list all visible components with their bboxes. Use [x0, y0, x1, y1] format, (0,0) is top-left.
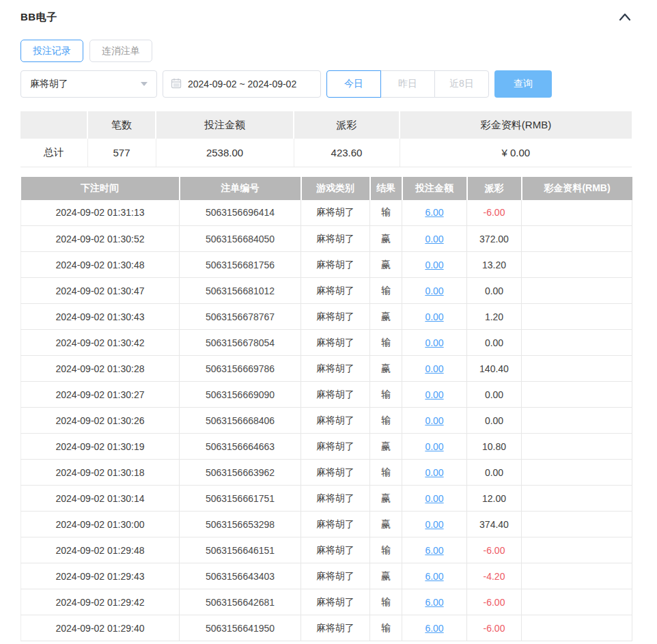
page-title: BB电子	[20, 11, 57, 24]
quick-last8days-button[interactable]: 近8日	[434, 70, 489, 98]
order-id-cell: 5063156668406	[180, 408, 301, 434]
col-header-order-id: 注单编号	[180, 177, 301, 200]
date-range-input[interactable]: 2024-09-02 ~ 2024-09-02	[163, 70, 321, 98]
table-row: 2024-09-02 01:30:19 5063156664663 麻将胡了 赢…	[21, 434, 632, 460]
bet-amount-cell: 0.00	[402, 408, 467, 434]
bet-amount-cell: 0.00	[402, 512, 467, 537]
order-id-cell: 5063156663962	[180, 460, 301, 486]
bet-time-cell: 2024-09-02 01:30:18	[21, 460, 180, 486]
bet-amount-cell: 0.00	[402, 226, 467, 252]
tab-bet-records[interactable]: 投注记录	[20, 40, 83, 62]
bet-amount-link[interactable]: 0.00	[425, 441, 443, 452]
bonus-cell	[522, 330, 632, 356]
payout-cell: 0.00	[467, 408, 522, 434]
order-id-cell: 5063156678054	[180, 330, 301, 356]
game-type-cell: 麻将胡了	[301, 563, 370, 589]
bet-time-cell: 2024-09-02 01:30:26	[21, 408, 180, 434]
summary-total-label: 总计	[20, 139, 87, 167]
bet-amount-link[interactable]: 6.00	[425, 207, 443, 218]
table-row: 2024-09-02 01:30:00 5063156653298 麻将胡了 赢…	[21, 512, 632, 537]
table-row: 2024-09-02 01:31:13 5063156696414 麻将胡了 输…	[21, 200, 632, 226]
game-select-value: 麻将胡了	[30, 78, 68, 90]
bet-amount-cell: 0.00	[402, 278, 467, 304]
table-row: 2024-09-02 01:30:27 5063156669090 麻将胡了 输…	[21, 382, 632, 408]
payout-value: 0.00	[485, 415, 503, 426]
result-cell: 赢	[370, 486, 402, 512]
game-type-cell: 麻将胡了	[301, 486, 370, 512]
bet-amount-cell: 6.00	[402, 589, 467, 615]
bonus-cell	[522, 408, 632, 434]
bet-amount-link[interactable]: 0.00	[425, 363, 443, 374]
order-id-cell: 5063156681012	[180, 278, 301, 304]
summary-header-count: 笔数	[87, 111, 156, 139]
bet-amount-cell: 0.00	[402, 356, 467, 382]
bet-amount-link[interactable]: 6.00	[425, 597, 443, 608]
result-cell: 输	[370, 589, 402, 615]
bet-amount-link[interactable]: 0.00	[425, 311, 443, 322]
bet-amount-link[interactable]: 0.00	[425, 389, 443, 400]
bet-amount-cell: 0.00	[402, 252, 467, 278]
result-cell: 输	[370, 330, 402, 356]
bet-time-cell: 2024-09-02 01:30:28	[21, 356, 180, 382]
bet-amount-cell: 6.00	[402, 200, 467, 226]
col-header-payout: 派彩	[467, 177, 522, 200]
game-type-cell: 麻将胡了	[301, 615, 370, 641]
result-cell: 输	[370, 615, 402, 641]
table-row: 2024-09-02 01:29:40 5063156641950 麻将胡了 输…	[21, 615, 632, 641]
payout-value: 13.20	[482, 260, 506, 270]
bet-amount-link[interactable]: 6.00	[425, 623, 443, 634]
payout-cell: -6.00	[467, 537, 522, 563]
payout-value: -6.00	[484, 623, 505, 634]
bet-amount-cell: 0.00	[402, 486, 467, 512]
table-row: 2024-09-02 01:30:14 5063156661751 麻将胡了 赢…	[21, 486, 632, 512]
payout-value: 374.40	[479, 519, 509, 530]
bonus-cell	[522, 615, 632, 641]
bet-time-cell: 2024-09-02 01:29:48	[21, 537, 180, 563]
bet-amount-link[interactable]: 0.00	[425, 234, 443, 244]
tab-cancelled-orders[interactable]: 连消注单	[89, 40, 152, 62]
bet-amount-link[interactable]: 6.00	[425, 545, 443, 556]
payout-value: 372.00	[479, 234, 509, 244]
bet-amount-link[interactable]: 0.00	[425, 415, 443, 426]
quick-yesterday-button[interactable]: 昨日	[380, 70, 435, 98]
payout-cell: -6.00	[467, 615, 522, 641]
order-id-cell: 5063156696414	[180, 200, 301, 226]
bet-amount-cell: 6.00	[402, 615, 467, 641]
table-row: 2024-09-02 01:30:52 5063156684050 麻将胡了 赢…	[21, 226, 632, 252]
table-row: 2024-09-02 01:30:47 5063156681012 麻将胡了 输…	[21, 278, 632, 304]
bet-time-cell: 2024-09-02 01:30:14	[21, 486, 180, 512]
bonus-cell	[522, 486, 632, 512]
game-type-cell: 麻将胡了	[301, 200, 370, 226]
bet-amount-link[interactable]: 0.00	[425, 519, 443, 530]
bet-amount-link[interactable]: 0.00	[425, 260, 443, 270]
result-cell: 输	[370, 382, 402, 408]
bonus-cell	[522, 460, 632, 486]
bonus-cell	[522, 537, 632, 563]
bet-time-cell: 2024-09-02 01:31:13	[21, 200, 180, 226]
bet-amount-link[interactable]: 0.00	[425, 467, 443, 478]
result-cell: 输	[370, 408, 402, 434]
bet-amount-link[interactable]: 6.00	[425, 571, 443, 582]
bet-time-cell: 2024-09-02 01:29:43	[21, 563, 180, 589]
payout-value: 10.80	[482, 441, 506, 452]
result-cell: 赢	[370, 252, 402, 278]
result-cell: 输	[370, 278, 402, 304]
bet-amount-link[interactable]: 0.00	[425, 337, 443, 348]
bet-amount-cell: 0.00	[402, 382, 467, 408]
order-id-cell: 5063156642681	[180, 589, 301, 615]
quick-today-button[interactable]: 今日	[326, 70, 381, 98]
table-row: 2024-09-02 01:29:42 5063156642681 麻将胡了 输…	[21, 589, 632, 615]
bet-amount-link[interactable]: 0.00	[425, 493, 443, 504]
collapse-button[interactable]	[618, 12, 632, 22]
bonus-cell	[522, 512, 632, 537]
bet-time-cell: 2024-09-02 01:30:27	[21, 382, 180, 408]
game-type-cell: 麻将胡了	[301, 356, 370, 382]
query-button[interactable]: 查询	[494, 70, 552, 98]
bet-amount-link[interactable]: 0.00	[425, 285, 443, 296]
summary-count-value: 577	[87, 139, 156, 167]
bet-table: 下注时间 注单编号 游戏类别 结果 投注金额 派彩 彩金资料(RMB) 2024…	[20, 177, 632, 642]
record-tabs: 投注记录 连消注单	[20, 40, 632, 62]
bet-amount-cell: 6.00	[402, 563, 467, 589]
filter-controls: 麻将胡了 2024-09-02 ~ 2024-09-02 今日 昨日 近8日 查…	[20, 70, 632, 98]
game-select[interactable]: 麻将胡了	[20, 70, 157, 98]
